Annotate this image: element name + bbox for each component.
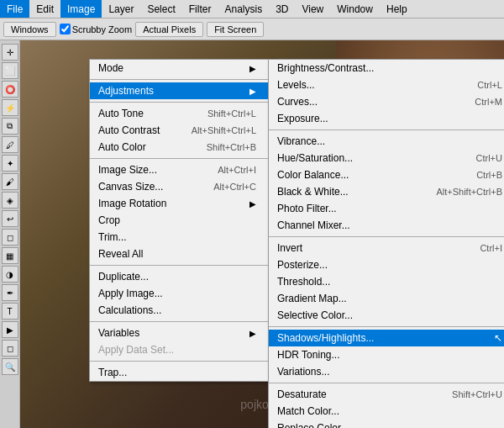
menu-selective-color[interactable]: Selective Color... — [269, 307, 504, 324]
menu-hdr-toning-label: HDR Toning... — [277, 349, 339, 361]
adjustments-menu: Brightness/Contrast... Levels... Ctrl+L … — [268, 59, 504, 428]
menu-match-color[interactable]: Match Color... — [269, 403, 504, 420]
menu-image-rotation[interactable]: Image Rotation ▶ — [90, 195, 273, 212]
menu-exposure-label: Exposure... — [277, 113, 328, 124]
menubar: File Edit Image Layer Select Filter Anal… — [0, 0, 504, 18]
tool-gradient[interactable]: ▦ — [2, 247, 18, 264]
menu-shadows-highlights[interactable]: Shadows/Highlights... ↖ — [269, 330, 504, 346]
menu-crop[interactable]: Crop — [90, 212, 273, 229]
menu-black-white[interactable]: Black & White... Alt+Shift+Ctrl+B — [269, 183, 504, 200]
menu-variables[interactable]: Variables ▶ — [90, 325, 273, 341]
menu-mode[interactable]: Mode ▶ — [90, 60, 273, 77]
menubar-edit[interactable]: Edit — [29, 0, 60, 18]
tool-dodge[interactable]: ◑ — [2, 266, 18, 283]
menu-auto-color[interactable]: Auto Color Shift+Ctrl+B — [90, 139, 273, 156]
tool-shape[interactable]: ◻ — [2, 340, 18, 357]
menubar-image[interactable]: Image — [60, 0, 102, 18]
menu-brightness-contrast-label: Brightness/Contrast... — [277, 62, 374, 74]
adj-sep3 — [269, 326, 504, 327]
menu-threshold-label: Threshold... — [277, 276, 330, 288]
menu-variables-label: Variables — [98, 327, 139, 339]
menu-invert[interactable]: Invert Ctrl+I — [269, 240, 504, 256]
menubar-analysis[interactable]: Analysis — [218, 0, 269, 18]
menu-image-size[interactable]: Image Size... Alt+Ctrl+I — [90, 161, 273, 178]
menubar-view[interactable]: View — [295, 0, 330, 18]
adj-sep1 — [269, 129, 504, 130]
menu-adjustments[interactable]: Adjustments ▶ — [90, 82, 273, 99]
tool-spot-heal[interactable]: ✦ — [2, 155, 18, 172]
scrubby-zoom-text: Scrubby Zoom — [72, 24, 133, 34]
menubar-help[interactable]: Help — [380, 0, 414, 18]
menu-apply-image-label: Apply Image... — [98, 288, 163, 299]
menu-hdr-toning[interactable]: HDR Toning... — [269, 346, 504, 363]
tool-path-select[interactable]: ▶ — [2, 321, 18, 338]
menu-invert-label: Invert — [277, 242, 302, 254]
menubar-select[interactable]: Select — [140, 0, 181, 18]
menu-curves[interactable]: Curves... Ctrl+M — [269, 93, 504, 110]
tool-magic-wand[interactable]: ⚡ — [2, 99, 18, 116]
menu-exposure[interactable]: Exposure... — [269, 110, 504, 127]
menu-desaturate[interactable]: Desaturate Shift+Ctrl+U — [269, 386, 504, 403]
menu-color-balance-shortcut: Ctrl+B — [476, 170, 502, 180]
menubar-3d[interactable]: 3D — [269, 0, 295, 18]
menu-mode-label: Mode — [98, 62, 123, 74]
menu-posterize[interactable]: Posterize... — [269, 256, 504, 273]
menu-canvas-size-label: Canvas Size... — [98, 181, 163, 193]
tool-clone[interactable]: ◈ — [2, 192, 18, 209]
menu-image-rotation-arrow: ▶ — [249, 199, 256, 209]
menu-calculations-label: Calculations... — [98, 304, 161, 316]
menu-auto-contrast-label: Auto Contrast — [98, 124, 160, 136]
menu-replace-color-label: Replace Color... — [277, 422, 349, 428]
menu-hue-saturation[interactable]: Hue/Saturation... Ctrl+U — [269, 150, 504, 166]
menu-reveal-all[interactable]: Reveal All — [90, 246, 273, 262]
menu-replace-color[interactable]: Replace Color... — [269, 420, 504, 428]
tool-zoom[interactable]: 🔍 — [2, 358, 18, 375]
scrubby-zoom-checkbox[interactable] — [60, 24, 71, 34]
menu-calculations[interactable]: Calculations... — [90, 302, 273, 319]
menu-adjustments-label: Adjustments — [98, 85, 154, 97]
menu-color-balance[interactable]: Color Balance... Ctrl+B — [269, 166, 504, 183]
menu-black-white-shortcut: Alt+Shift+Ctrl+B — [436, 187, 502, 197]
menu-mode-arrow: ▶ — [249, 64, 256, 73]
sep6 — [90, 361, 273, 362]
menu-canvas-size[interactable]: Canvas Size... Alt+Ctrl+C — [90, 178, 273, 195]
menu-gradient-map[interactable]: Gradient Map... — [269, 290, 504, 307]
menu-channel-mixer[interactable]: Channel Mixer... — [269, 217, 504, 234]
tool-move[interactable]: ✛ — [2, 44, 18, 61]
menu-apply-data-set[interactable]: Apply Data Set... — [90, 341, 273, 358]
toolbar-windows[interactable]: Windows — [3, 22, 56, 37]
toolbar-actual-pixels[interactable]: Actual Pixels — [135, 22, 203, 37]
menubar-filter[interactable]: Filter — [182, 0, 218, 18]
menu-vibrance[interactable]: Vibrance... — [269, 133, 504, 150]
menu-auto-tone[interactable]: Auto Tone Shift+Ctrl+L — [90, 105, 273, 122]
menubar-file[interactable]: File — [0, 0, 29, 18]
tool-brush[interactable]: 🖌 — [2, 173, 18, 190]
menu-auto-color-shortcut: Shift+Ctrl+B — [207, 142, 256, 152]
tool-type[interactable]: T — [2, 303, 18, 320]
menubar-window[interactable]: Window — [330, 0, 380, 18]
tool-eraser[interactable]: ◻ — [2, 229, 18, 246]
tool-select-rect[interactable]: ⬜ — [2, 62, 18, 79]
menu-duplicate[interactable]: Duplicate... — [90, 268, 273, 285]
toolbar-fit-screen[interactable]: Fit Screen — [207, 22, 264, 37]
tool-pen[interactable]: ✒ — [2, 284, 18, 301]
menubar-layer[interactable]: Layer — [102, 0, 140, 18]
cursor-indicator: ↖ — [494, 332, 502, 344]
menu-apply-image[interactable]: Apply Image... — [90, 285, 273, 302]
menu-desaturate-label: Desaturate — [277, 388, 327, 400]
tool-lasso[interactable]: ⭕ — [2, 81, 18, 98]
menu-trim[interactable]: Trim... — [90, 229, 273, 246]
scrubby-zoom-label[interactable]: Scrubby Zoom — [60, 24, 133, 34]
menu-color-balance-label: Color Balance... — [277, 169, 349, 181]
menu-trap[interactable]: Trap... — [90, 364, 273, 381]
menu-levels[interactable]: Levels... Ctrl+L — [269, 77, 504, 93]
sep2 — [90, 102, 273, 103]
menu-photo-filter[interactable]: Photo Filter... — [269, 200, 504, 217]
menu-variations[interactable]: Variations... — [269, 363, 504, 380]
menu-brightness-contrast[interactable]: Brightness/Contrast... — [269, 60, 504, 77]
tool-eyedropper[interactable]: 🖊 — [2, 136, 18, 153]
menu-threshold[interactable]: Threshold... — [269, 273, 504, 290]
tool-crop[interactable]: ⧉ — [2, 118, 18, 135]
tool-history-brush[interactable]: ↩ — [2, 210, 18, 227]
menu-auto-contrast[interactable]: Auto Contrast Alt+Shift+Ctrl+L — [90, 122, 273, 139]
